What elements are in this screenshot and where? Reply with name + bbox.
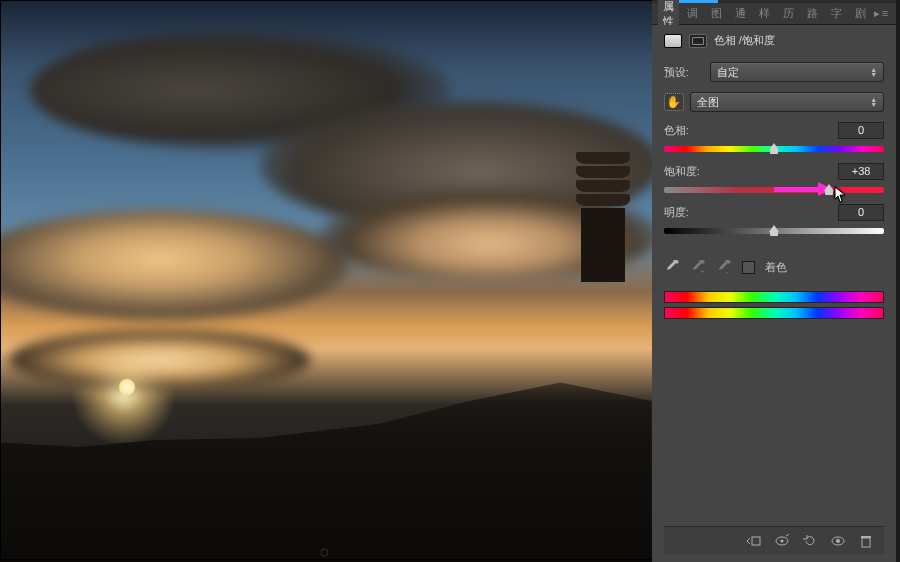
- scope-value: 全图: [697, 95, 719, 110]
- hue-label: 色相:: [664, 123, 689, 138]
- lightness-label: 明度:: [664, 205, 689, 220]
- watermark: ⬡: [320, 547, 331, 558]
- hand-scrubber-icon[interactable]: ✋: [664, 93, 684, 111]
- svg-point-6: [836, 539, 840, 543]
- chevron-updown-icon: ▲▼: [870, 67, 877, 77]
- svg-rect-8: [861, 536, 871, 538]
- canvas-border: [0, 0, 652, 560]
- eyedropper-minus-icon[interactable]: -: [716, 259, 732, 275]
- hue-slider: 色相: 0: [664, 122, 884, 155]
- svg-text:+: +: [700, 267, 705, 275]
- lightness-track[interactable]: [664, 225, 884, 237]
- clip-to-layer-icon[interactable]: [746, 534, 762, 548]
- lightness-thumb[interactable]: [769, 225, 779, 237]
- saturation-input[interactable]: +38: [838, 163, 884, 180]
- tab-style[interactable]: 样: [754, 3, 775, 24]
- preset-select[interactable]: 自定 ▲▼: [710, 62, 884, 82]
- hue-thumb[interactable]: [769, 143, 779, 155]
- mask-icon[interactable]: [689, 34, 707, 48]
- panel-tabs: 属性 调 图 通 样 历 路 字 剧 ▸≡: [652, 3, 896, 25]
- panel-menu-icon[interactable]: ▸≡: [874, 7, 890, 20]
- svg-rect-2: [752, 537, 760, 545]
- tab-adjust[interactable]: 调: [682, 3, 703, 24]
- adjustment-icon[interactable]: [664, 34, 682, 48]
- hue-input[interactable]: 0: [838, 122, 884, 139]
- svg-text:-: -: [726, 267, 729, 275]
- tab-layer[interactable]: 图: [706, 3, 727, 24]
- scope-row: ✋ 全图 ▲▼: [664, 92, 884, 112]
- panel-footer: [664, 526, 884, 554]
- document-canvas[interactable]: ⬡: [0, 0, 652, 562]
- adjustment-title: 色相 /饱和度: [714, 33, 775, 48]
- app-edge: [896, 0, 900, 562]
- visibility-icon[interactable]: [830, 534, 846, 548]
- svg-point-4: [781, 539, 784, 542]
- eyedropper-row: + - 着色: [664, 259, 884, 275]
- eyedropper-plus-icon[interactable]: +: [690, 259, 706, 275]
- saturation-track[interactable]: [664, 184, 884, 196]
- view-previous-icon[interactable]: [774, 534, 790, 548]
- cursor-icon: [833, 186, 847, 204]
- eyedropper-icon[interactable]: [664, 259, 680, 275]
- tab-char[interactable]: 字: [826, 3, 847, 24]
- svg-rect-7: [862, 538, 870, 547]
- preset-label: 预设:: [664, 65, 710, 80]
- chevron-updown-icon: ▲▼: [870, 97, 877, 107]
- tab-action[interactable]: 剧: [850, 3, 871, 24]
- lightness-input[interactable]: 0: [838, 204, 884, 221]
- hue-track[interactable]: [664, 143, 884, 155]
- lightness-slider: 明度: 0: [664, 204, 884, 237]
- preset-row: 预设: 自定 ▲▼: [664, 62, 884, 82]
- saturation-slider: 饱和度: +38: [664, 163, 884, 196]
- tab-history[interactable]: 历: [778, 3, 799, 24]
- tab-channel[interactable]: 通: [730, 3, 751, 24]
- spectrum-bar-bottom: [664, 307, 884, 319]
- reset-icon[interactable]: [802, 534, 818, 548]
- colorize-label: 着色: [765, 260, 787, 275]
- tab-path[interactable]: 路: [802, 3, 823, 24]
- properties-panel: 属性 调 图 通 样 历 路 字 剧 ▸≡ 色相 /饱和度 预设: 自定 ▲▼ …: [652, 0, 896, 562]
- spectrum-bar-top: [664, 291, 884, 303]
- adjustment-header: 色相 /饱和度: [664, 33, 884, 48]
- properties-body: 色相 /饱和度 预设: 自定 ▲▼ ✋ 全图 ▲▼ 色相: 0: [652, 25, 896, 562]
- preset-value: 自定: [717, 65, 739, 80]
- saturation-label: 饱和度:: [664, 164, 700, 179]
- scope-select[interactable]: 全图 ▲▼: [690, 92, 884, 112]
- colorize-checkbox[interactable]: [742, 261, 755, 274]
- trash-icon[interactable]: [858, 534, 874, 548]
